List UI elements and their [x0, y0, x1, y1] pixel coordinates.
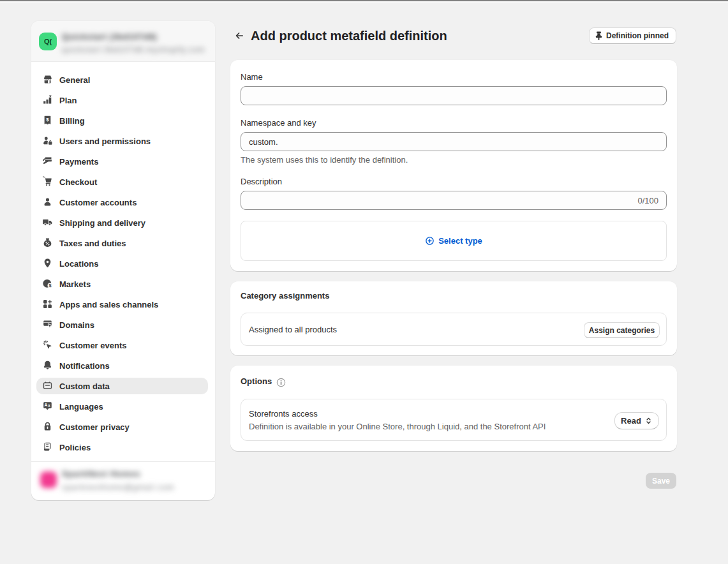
svg-text:A: A [44, 403, 47, 407]
svg-text:$: $ [46, 117, 49, 122]
svg-text:$: $ [48, 283, 51, 288]
svg-text:x: x [48, 403, 50, 408]
